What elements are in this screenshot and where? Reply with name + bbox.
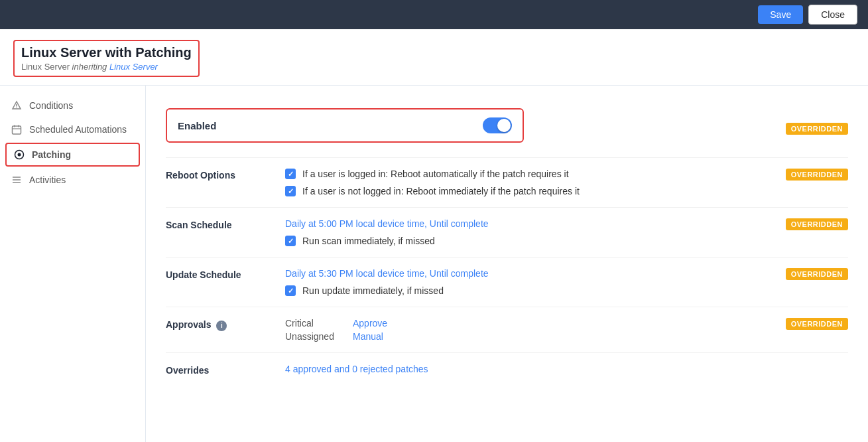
approvals-label: Approvals i xyxy=(166,318,285,331)
patching-icon xyxy=(13,149,25,161)
reboot-option-1-row: If a user is logged in: Reboot automatic… xyxy=(285,169,786,179)
page-header: Linux Server with Patching Linux Server … xyxy=(0,29,868,86)
update-schedule-link[interactable]: Daily at 5:30 PM local device time, Unti… xyxy=(285,268,786,279)
update-schedule-label: Update Schedule xyxy=(166,268,285,280)
reboot-option-2-row: If a user is not logged in: Reboot immed… xyxy=(285,186,786,196)
save-button[interactable]: Save xyxy=(758,5,803,24)
svg-point-1 xyxy=(16,108,17,108)
scan-schedule-checkbox-label: Run scan immediately, if missed xyxy=(302,236,435,246)
list-icon xyxy=(11,174,23,186)
enabled-overridden-badge: OVERRIDDEN xyxy=(786,123,848,135)
sidebar-item-activities[interactable]: Activities xyxy=(0,168,145,192)
svg-rect-2 xyxy=(13,126,21,134)
overrides-link[interactable]: 4 approved and 0 rejected patches xyxy=(285,364,848,374)
approvals-section: Approvals i Critical Approve Unassigned … xyxy=(166,307,848,353)
reboot-overridden-badge: OVERRIDDEN xyxy=(786,169,848,181)
scan-schedule-checkbox-row: Run scan immediately, if missed xyxy=(285,236,786,246)
reboot-options-section: Reboot Options If a user is logged in: R… xyxy=(166,158,848,208)
reboot-option-2-text: If a user is not logged in: Reboot immed… xyxy=(302,186,580,196)
header-box: Linux Server with Patching Linux Server … xyxy=(13,40,200,77)
svg-point-7 xyxy=(18,153,21,157)
approval-unassigned-row: Unassigned Manual xyxy=(285,331,786,342)
reboot-option-2-checkbox[interactable] xyxy=(285,186,296,196)
sidebar-label-patching: Patching xyxy=(32,149,71,160)
approval-critical-row: Critical Approve xyxy=(285,318,786,329)
approval-critical-value[interactable]: Approve xyxy=(353,318,387,329)
approvals-content: Critical Approve Unassigned Manual xyxy=(285,318,786,342)
scan-schedule-section: Scan Schedule Daily at 5:00 PM local dev… xyxy=(166,208,848,258)
update-overridden-badge: OVERRIDDEN xyxy=(786,268,848,280)
update-schedule-checkbox[interactable] xyxy=(285,285,296,296)
scan-schedule-content: Daily at 5:00 PM local device time, Unti… xyxy=(285,218,786,246)
update-schedule-checkbox-label: Run update immediately, if missed xyxy=(302,285,444,296)
reboot-option-1-checkbox[interactable] xyxy=(285,169,296,179)
update-schedule-checkbox-row: Run update immediately, if missed xyxy=(285,285,786,296)
update-schedule-section: Update Schedule Daily at 5:30 PM local d… xyxy=(166,258,848,307)
sidebar-item-scheduled-automations[interactable]: Scheduled Automations xyxy=(0,117,145,141)
calendar-icon xyxy=(11,123,23,135)
close-button[interactable]: Close xyxy=(808,5,857,25)
approvals-overridden-badge: OVERRIDDEN xyxy=(786,318,848,330)
overrides-section: Overrides 4 approved and 0 rejected patc… xyxy=(166,353,848,386)
update-schedule-content: Daily at 5:30 PM local device time, Unti… xyxy=(285,268,786,296)
warning-icon xyxy=(11,100,23,111)
sidebar-label-scheduled-automations: Scheduled Automations xyxy=(29,124,127,135)
approval-unassigned-value[interactable]: Manual xyxy=(353,331,383,342)
reboot-options-content: If a user is logged in: Reboot automatic… xyxy=(285,169,786,196)
overrides-label: Overrides xyxy=(166,364,285,376)
main-layout: Conditions Scheduled Automations Pat xyxy=(0,86,868,442)
enabled-label: Enabled xyxy=(178,120,483,131)
enabled-section: Enabled xyxy=(166,108,524,143)
scan-schedule-label: Scan Schedule xyxy=(166,218,285,230)
overrides-content: 4 approved and 0 rejected patches xyxy=(285,364,848,374)
page-subtitle: Linux Server inheriting Linux Server xyxy=(21,62,192,72)
approvals-info-icon[interactable]: i xyxy=(216,321,227,331)
reboot-options-label: Reboot Options xyxy=(166,169,285,181)
sidebar-item-conditions[interactable]: Conditions xyxy=(0,94,145,117)
scan-overridden-badge: OVERRIDDEN xyxy=(786,218,848,230)
top-bar: Save Close xyxy=(0,0,868,29)
scan-schedule-link[interactable]: Daily at 5:00 PM local device time, Unti… xyxy=(285,218,786,229)
sidebar-label-activities: Activities xyxy=(29,175,66,185)
reboot-option-1-text: If a user is logged in: Reboot automatic… xyxy=(302,169,569,179)
content-area: Enabled OVERRIDDEN Reboot Options If a u… xyxy=(146,86,868,442)
enabled-toggle[interactable] xyxy=(483,117,512,133)
sidebar: Conditions Scheduled Automations Pat xyxy=(0,86,146,442)
scan-schedule-checkbox[interactable] xyxy=(285,236,296,246)
sidebar-item-patching[interactable]: Patching xyxy=(5,143,140,167)
approval-unassigned-type: Unassigned xyxy=(285,331,345,342)
page-title: Linux Server with Patching xyxy=(21,45,192,60)
approval-critical-type: Critical xyxy=(285,318,345,329)
sidebar-label-conditions: Conditions xyxy=(29,100,73,111)
